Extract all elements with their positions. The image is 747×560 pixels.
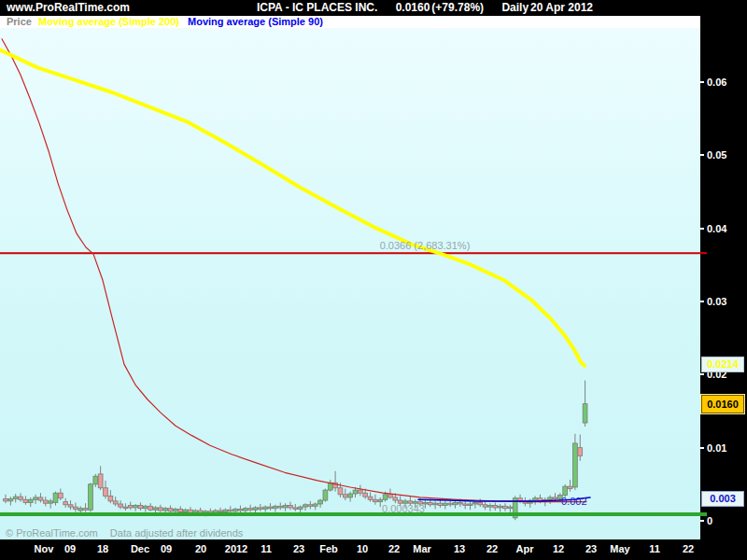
candle-body — [8, 499, 13, 501]
x-axis-label: 13 — [454, 543, 465, 554]
date-label: 20 Apr 2012 — [530, 1, 593, 14]
timeframe-label: Daily — [501, 1, 529, 14]
candle-body — [308, 505, 313, 507]
candle-body — [138, 506, 143, 509]
candle-body — [374, 499, 378, 501]
candle-body — [358, 490, 362, 493]
x-axis-label: 09 — [161, 543, 172, 554]
candle-body — [34, 497, 38, 499]
dividends-note: Data adjusted after dividends — [110, 527, 243, 539]
site-label: www.ProRealTime.com — [7, 1, 130, 14]
candle-body — [343, 495, 347, 497]
candle-body — [274, 506, 278, 508]
candle-body — [183, 510, 188, 511]
candle-body — [313, 504, 317, 506]
candle-body — [383, 495, 388, 499]
candle-body — [293, 508, 298, 510]
symbol-title: ICPA - IC PLACES INC. — [257, 1, 377, 14]
x-axis-label: 23 — [585, 543, 597, 554]
x-axis-label: 20 — [195, 543, 206, 554]
y-axis-tick — [700, 228, 704, 230]
y-axis-label: 0 — [707, 515, 712, 526]
candle-body — [258, 508, 262, 510]
x-axis-label: 11 — [261, 543, 272, 554]
candle-body — [553, 497, 557, 499]
candle-body — [263, 507, 268, 509]
candle-body — [458, 502, 462, 504]
candle-body — [393, 497, 398, 500]
ma200-yellow — [0, 50, 585, 366]
candle-body — [134, 506, 138, 508]
candle-body — [63, 502, 68, 505]
candle-body — [348, 494, 353, 497]
candle-body — [4, 499, 8, 501]
candle-body — [233, 509, 238, 511]
x-axis-label: 23 — [293, 543, 304, 554]
candle-body — [453, 502, 458, 504]
candle-body — [128, 506, 133, 508]
x-axis-label: Apr — [516, 543, 534, 554]
candle-body — [463, 504, 468, 506]
candle-body — [28, 499, 33, 502]
y-axis-tick — [700, 447, 704, 449]
chart-title: ICPA - IC PLACES INC. 0.0160(+79.78%) Da… — [257, 1, 600, 14]
candle-body — [78, 509, 83, 511]
candle-body — [368, 497, 373, 499]
x-axis-label: Mar — [413, 543, 431, 554]
candle-body — [363, 493, 368, 497]
candle-body — [563, 486, 568, 495]
candle-body — [223, 510, 228, 511]
candle-body — [493, 506, 498, 508]
chart-area[interactable]: 0.0366 (2,683.31%)0.0003430.002 © ProRea… — [0, 28, 700, 539]
title-bar: www.ProRealTime.com ICPA - IC PLACES INC… — [0, 0, 747, 16]
candle-body — [508, 507, 513, 509]
candle-body — [303, 505, 308, 507]
last-price-badge: 0.0160 — [701, 395, 744, 413]
legend-ma90-label[interactable]: Moving average (Simple 90) — [188, 16, 323, 27]
candle-body — [438, 503, 443, 505]
candle-body — [268, 507, 273, 509]
candle-body — [443, 503, 447, 505]
candle-body — [83, 509, 88, 511]
candle-body — [19, 497, 23, 499]
date-axis[interactable]: Nov0918Dec092020121123Feb1022Mar1322Apr1… — [0, 539, 747, 560]
status-bar: © ProRealTime.com Data adjusted after di… — [6, 527, 243, 539]
y-axis-tick — [700, 81, 704, 83]
candle-body — [278, 506, 283, 508]
x-axis-label: 22 — [388, 543, 400, 554]
x-axis-label: Nov — [35, 543, 54, 554]
candle-body — [433, 503, 438, 505]
candle-body — [578, 448, 583, 456]
x-axis-label: Feb — [319, 543, 338, 554]
candle-body — [143, 506, 148, 508]
candle-body — [98, 474, 103, 488]
candle-body — [163, 509, 168, 511]
candle-body — [123, 507, 128, 509]
candle-body — [218, 511, 223, 512]
candlestick-chart[interactable]: 0.0366 (2,683.31%)0.0003430.002 — [0, 28, 700, 539]
candle-body — [43, 500, 48, 503]
candle-body — [53, 493, 58, 502]
x-axis-label: 22 — [486, 543, 498, 554]
candle-body — [253, 508, 258, 510]
candle-body — [108, 496, 113, 500]
y-axis-tick — [700, 373, 704, 375]
level-value-label: 0.0366 (2,683.31%) — [380, 240, 471, 251]
y-axis-label: 0.01 — [707, 442, 726, 454]
last-price-text: 0.0160 — [396, 1, 430, 14]
candle-body — [228, 510, 233, 511]
candle-body — [153, 508, 158, 510]
y-axis-label: 0.05 — [707, 149, 726, 161]
candle-body — [178, 509, 183, 511]
candle-body — [93, 476, 98, 484]
legend-ma200-label[interactable]: Moving average (Simple 200) — [38, 16, 179, 27]
x-axis-label: 10 — [357, 543, 368, 554]
legend-price-label: Price — [7, 16, 32, 27]
x-axis-label: 2012 — [225, 543, 247, 554]
candle-body — [168, 509, 173, 511]
change-percent: (+79.78%) — [431, 1, 484, 14]
candle-body — [23, 499, 28, 502]
candle-body — [428, 502, 432, 504]
copyright-label[interactable]: © ProRealTime.com — [6, 527, 98, 539]
price-axis[interactable]: 0.0214 0.0160 0.003 0.060.050.040.030.02… — [700, 16, 747, 560]
